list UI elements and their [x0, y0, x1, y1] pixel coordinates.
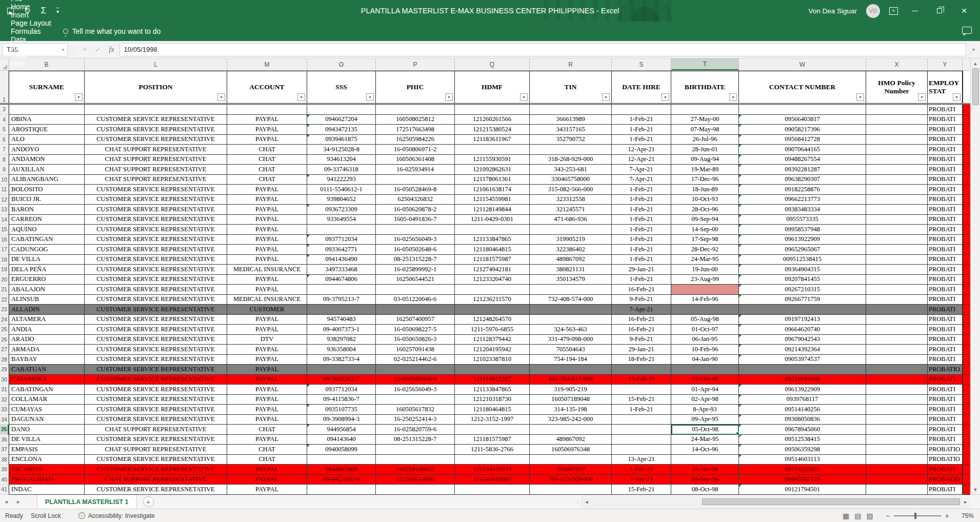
cell-W22[interactable]: 09266771759 [739, 295, 866, 305]
cell-X21[interactable] [866, 285, 928, 295]
cell-L20[interactable]: CUSTOMER SERVICE REPRESENTATIVE [85, 275, 227, 285]
scroll-right-icon[interactable]: ► [961, 499, 970, 505]
cell-L26[interactable]: CUSTOMER SERVICE REPRESENTATIVE [85, 335, 227, 345]
cell-X24[interactable] [866, 315, 928, 325]
cell-T23[interactable] [671, 305, 739, 315]
cell-M19[interactable]: MEDICAL INSURANCE [227, 265, 307, 275]
cell-S25[interactable]: 16-Feb-21 [612, 325, 671, 335]
cell-W29[interactable] [739, 365, 866, 375]
ribbon-display-options-icon[interactable]: ˄ [889, 7, 898, 15]
cell-Y16[interactable]: PROBATI [928, 235, 963, 245]
cell-P30[interactable]: 16-050589360-0 [376, 375, 455, 385]
cell-W33[interactable]: 09514140256 [739, 405, 866, 415]
cell-Q21[interactable] [455, 285, 530, 295]
cell-X16[interactable] [866, 235, 928, 245]
cell-R4[interactable]: 366613989 [530, 115, 612, 125]
cell-S26[interactable]: 9-Feb-21 [612, 335, 671, 345]
cell-P8[interactable]: 160506361408 [376, 155, 455, 165]
cell-T36[interactable]: 24-Mar-95 [671, 435, 739, 445]
cell-R8[interactable]: 318-268-929-000 [530, 155, 612, 165]
cell-B28[interactable]: BAYBAY [9, 355, 85, 365]
expand-formula-bar-icon[interactable]: ▾ [968, 47, 979, 52]
cell-M6[interactable]: PAYPAL [227, 135, 307, 145]
cell-O36[interactable]: 094143640 [307, 435, 376, 445]
cell-T15[interactable]: 14-Sep-00 [671, 225, 739, 235]
comment-icon[interactable] [962, 27, 972, 34]
cell-X11[interactable] [866, 185, 928, 195]
column-letter-O[interactable]: O [307, 58, 376, 70]
cell-S34[interactable] [612, 415, 671, 425]
cell-Q26[interactable]: 121128379442 [455, 335, 530, 345]
cell-S30[interactable]: 15-Feb-21 [612, 375, 671, 385]
cell-S22[interactable]: 9-Feb-21 [612, 295, 671, 305]
cell-O26[interactable]: 938297082 [307, 335, 376, 345]
cell-M20[interactable]: PAYPAL [227, 275, 307, 285]
row-header-28[interactable]: 28 [0, 355, 9, 365]
cell-Y17[interactable]: PROBATI [928, 245, 963, 255]
cell-B37[interactable]: EMPASIS [9, 445, 85, 455]
row-header-24[interactable]: 24 [0, 315, 9, 325]
cell-M24[interactable]: PAYPAL [227, 315, 307, 325]
cell-Y7[interactable]: PROBATI [928, 145, 963, 155]
cell-Y9[interactable]: PROBATI [928, 165, 963, 175]
cell-T33[interactable]: 8-Apr-93 [671, 405, 739, 415]
cell-W28[interactable]: 09053974537 [739, 355, 866, 365]
cell-X13[interactable] [866, 205, 928, 215]
cell-O10[interactable]: 941222293 [307, 175, 376, 185]
cell-O28[interactable]: 09-3382733-4 [307, 355, 376, 365]
cell-L31[interactable]: CUSTOMER SERVICE REPRESENTATIVE [85, 385, 227, 395]
row-header-22[interactable]: 22 [0, 295, 9, 305]
cell-S35[interactable] [612, 425, 671, 435]
row-header-12[interactable]: 12 [0, 195, 9, 205]
cell-R18[interactable]: 489867092 [530, 255, 612, 265]
row-header-25[interactable]: 25 [0, 325, 9, 335]
cell-Y33[interactable]: PROBATI [928, 405, 963, 415]
cell-T41[interactable]: 08-Oct-98 [671, 485, 739, 495]
cell-T20[interactable]: 23-Aug-99 [671, 275, 739, 285]
cell-L14[interactable]: CUSTOMER SERVICE REPRESENTATIVE [85, 215, 227, 225]
sheet-tab-active[interactable]: PLANTILLA MASTERLIST 1 [37, 495, 137, 509]
cell-O3[interactable] [307, 105, 376, 115]
cell-P23[interactable] [376, 305, 455, 315]
cell-M15[interactable]: PAYPAL [227, 225, 307, 235]
row-header-9[interactable]: 9 [0, 165, 9, 175]
cell-O32[interactable]: 09-4115836-7 [307, 395, 376, 405]
cell-S4[interactable]: 1-Feb-21 [612, 115, 671, 125]
cell-B5[interactable]: AROSTIQUE [9, 125, 85, 135]
cell-L21[interactable]: CUSTOMER SERVICE REPRESENTATIVE [85, 285, 227, 295]
cell-T26[interactable]: 06-Jan-95 [671, 335, 739, 345]
row-header-11[interactable]: 11 [0, 185, 9, 195]
cell-T16[interactable]: 17-Sep-98 [671, 235, 739, 245]
cell-T39[interactable]: 26-Jun-98 [671, 465, 739, 475]
row-header-36[interactable]: 36 [0, 435, 9, 445]
header-cell-Y[interactable]: EMPLOYSTAT▼ [928, 71, 963, 103]
cell-W26[interactable]: 09679042543 [739, 335, 866, 345]
page-break-view-icon[interactable]: ▨ [866, 512, 873, 520]
filter-dropdown-icon[interactable]: ▼ [953, 93, 961, 101]
cell-B24[interactable]: ALTAMERA [9, 315, 85, 325]
cell-L22[interactable]: CUSTOMER SERVICE REPRESENTATIVE [85, 295, 227, 305]
cell-Q37[interactable]: 1211-5836-2766 [455, 445, 530, 455]
cell-T37[interactable]: 14-Oct-96 [671, 445, 739, 455]
cell-Y25[interactable]: PROBATI [928, 325, 963, 335]
cell-R41[interactable] [530, 485, 612, 495]
filter-dropdown-icon[interactable]: ▼ [366, 93, 374, 101]
cell-B40[interactable]: FRUGALIDAD [9, 475, 85, 485]
cell-M8[interactable]: CHAT [227, 155, 307, 165]
cell-X25[interactable] [866, 325, 928, 335]
cell-Y35[interactable]: PROBATI [928, 425, 963, 435]
cell-W24[interactable]: 09197192413 [739, 315, 866, 325]
cell-Q10[interactable]: 121178061361 [455, 175, 530, 185]
cell-X8[interactable] [866, 155, 928, 165]
cell-X40[interactable] [866, 475, 928, 485]
cell-Y12[interactable]: PROBATI [928, 195, 963, 205]
column-letter-W[interactable]: W [739, 58, 866, 70]
vertical-scrollbar[interactable]: ▲ ▼ [970, 58, 980, 494]
cell-L23[interactable]: CUSTOMER SERVICE REPRESENTATIVE [85, 305, 227, 315]
row-header-26[interactable]: 26 [0, 335, 9, 345]
cell-R23[interactable] [530, 305, 612, 315]
cell-S12[interactable]: 1-Feb-21 [612, 195, 671, 205]
cell-R31[interactable]: 319-905-219 [530, 385, 612, 395]
scroll-left-icon[interactable]: ◄ [582, 499, 591, 505]
cell-Y41[interactable]: PROBATI [928, 485, 963, 495]
